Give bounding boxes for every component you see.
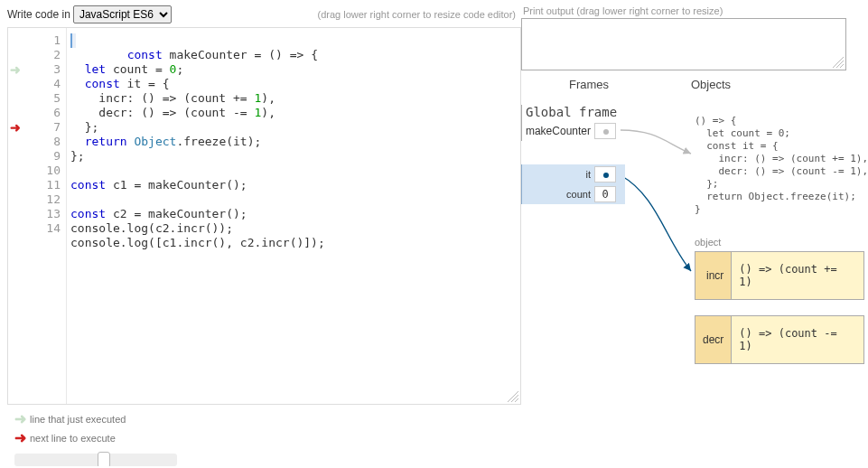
code-area[interactable]: const makeCounter = () => { let count = …: [66, 28, 520, 404]
frame-makecounter-key: makeCounter: [522, 125, 594, 137]
legend-arrow-light-icon: ➜: [14, 410, 26, 427]
global-frame: Global frame makeCounter: [521, 105, 625, 141]
write-code-label: Write code in: [7, 8, 70, 21]
function-source: () => { let count = 0; const it = { incr…: [695, 115, 868, 216]
object-table: incr () => (count += 1) decr () => (coun…: [695, 251, 864, 364]
print-output-box[interactable]: [521, 18, 846, 70]
frame-it-val: [594, 166, 616, 183]
text-cursor: [70, 33, 76, 48]
table-row: decr () => (count -= 1): [695, 316, 864, 364]
slider-thumb[interactable]: [98, 452, 110, 466]
print-output-hint: Print output (drag lower right corner to…: [521, 5, 868, 16]
object-label: object: [695, 237, 721, 248]
frame-count-key: count: [522, 189, 594, 200]
arrow-next-icon: ➜: [10, 123, 28, 132]
frame-it-key: it: [522, 169, 594, 180]
resize-handle-icon[interactable]: [508, 391, 518, 402]
legend-next-line: next line to execute: [30, 433, 116, 444]
active-frame: it count 0: [521, 164, 625, 204]
legend-just-executed: line that just executed: [30, 414, 126, 425]
obj-incr-val: () => (count += 1): [732, 252, 864, 300]
frames-header: Frames: [521, 78, 657, 91]
pointer-dot-icon: [603, 129, 609, 135]
legend-arrow-red-icon: ➜: [14, 429, 26, 446]
visualization-panel: Frames Objects Global frame: [521, 78, 864, 439]
objects-header: Objects: [657, 78, 765, 91]
line-number-gutter: 1234567891011121314: [30, 28, 66, 404]
obj-decr-val: () => (count -= 1): [732, 316, 864, 364]
arrow-executed-icon: ➜: [10, 65, 28, 74]
step-slider[interactable]: [14, 454, 177, 466]
obj-decr-key: decr: [695, 316, 732, 364]
frame-count-val: 0: [594, 186, 616, 202]
global-frame-label: Global frame: [521, 105, 625, 121]
legend: ➜ line that just executed ➜ next line to…: [7, 405, 521, 446]
code-editor[interactable]: ➜ ➜ 1234567891011121314 const makeCounte…: [7, 27, 521, 405]
obj-incr-key: incr: [695, 252, 732, 300]
language-select[interactable]: JavaScript ES6: [73, 5, 172, 23]
frame-makecounter-val: [594, 123, 616, 139]
table-row: incr () => (count += 1): [695, 252, 864, 300]
output-resize-handle-icon[interactable]: [833, 57, 844, 68]
pointer-dot-icon: [603, 173, 609, 178]
editor-resize-hint: (drag lower right corner to resize code …: [318, 9, 521, 20]
arrow-gutter: ➜ ➜: [8, 28, 30, 404]
